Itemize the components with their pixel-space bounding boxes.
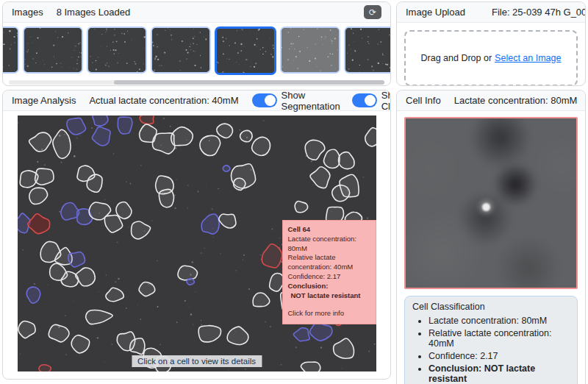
refresh-icon: ⟳ <box>369 8 376 17</box>
image-thumbnail[interactable] <box>23 26 83 74</box>
refresh-button[interactable]: ⟳ <box>364 5 381 19</box>
image-thumbnail[interactable] <box>344 26 390 74</box>
image-thumbnail[interactable] <box>151 26 211 74</box>
tooltip-line: Confidence: 2.17 <box>288 272 370 282</box>
image-caption: Click on a cell to view its details <box>132 355 262 367</box>
classification-conclusion-list: Conclusion: NOT lactate resistant <box>412 363 570 384</box>
images-panel: Images 8 Images Loaded ⟳ <box>2 1 391 86</box>
scrollbar-thumb[interactable] <box>114 80 384 85</box>
thumbnail-scrollbar[interactable] <box>9 80 384 85</box>
toggle-on-icon[interactable] <box>352 93 377 107</box>
analysis-panel-title: Image Analysis <box>12 95 76 106</box>
image-thumbnail[interactable] <box>215 26 276 75</box>
current-file-label: File: 25-039 47h G_0007_Trans.tiff <box>492 7 586 18</box>
cell-crop-texture <box>404 117 578 289</box>
show-segmentation-label: Show Segmentation <box>282 90 340 112</box>
conclusion-item: Conclusion: NOT lactate resistant <box>429 363 570 384</box>
image-analysis-panel: Image Analysis Actual lactate concentrat… <box>2 90 391 380</box>
list-item: Lactate concentration: 80mM <box>429 316 570 326</box>
cell-info-header: Cell Info Lactate concentration: 80mM #6… <box>397 90 585 111</box>
image-thumbnail[interactable] <box>280 26 340 74</box>
classification-list: Lactate concentration: 80mMRelative lact… <box>412 316 570 361</box>
cell-tooltip[interactable]: Cell 64 Lactate concentration: 80mM Rela… <box>282 220 376 324</box>
images-loaded-status: 8 Images Loaded <box>57 7 130 18</box>
dropzone-text: Drag and Drop or <box>421 53 492 63</box>
cell-info-title: Cell Info <box>406 95 441 106</box>
tooltip-conclusion-value: NOT lactate resistant <box>288 291 370 301</box>
list-item: Confidence: 2.17 <box>429 351 570 361</box>
upload-dropzone[interactable]: Drag and Drop or Select an Image <box>404 30 578 86</box>
tooltip-line: Lactate concentration: 80mM <box>288 235 370 254</box>
show-classification-toggle[interactable]: Show Classification <box>352 90 391 112</box>
tooltip-conclusion-label: Conclusion: <box>288 282 370 291</box>
classification-title: Cell Classification <box>412 302 570 312</box>
cell-info-panel: Cell Info Lactate concentration: 80mM #6… <box>396 90 586 384</box>
list-item: Relative lactate concentration: 40mM <box>429 328 570 349</box>
tooltip-cell-title: Cell 64 <box>288 225 370 235</box>
image-upload-panel: Image Upload File: 25-039 47h G_0007_Tra… <box>396 1 586 86</box>
show-classification-label: Show Classification <box>381 90 391 112</box>
upload-panel-header: Image Upload File: 25-039 47h G_0007_Tra… <box>397 2 585 23</box>
show-segmentation-toggle[interactable]: Show Segmentation <box>252 90 340 112</box>
cell-lactate-label: Lactate concentration: 80mM <box>454 95 578 106</box>
analysis-panel-header: Image Analysis Actual lactate concentrat… <box>3 90 390 111</box>
actual-lactate-label: Actual lactate concentration: 40mM <box>89 95 238 106</box>
images-panel-title: Images <box>12 7 43 18</box>
tooltip-line: Relative lactate concentration: 40mM <box>288 253 370 272</box>
images-panel-header: Images 8 Images Loaded ⟳ <box>3 2 390 23</box>
thumbnail-strip <box>3 23 390 75</box>
cell-crop-image <box>404 117 578 289</box>
analysis-image-container: Cell 64 Lactate concentration: 80mM Rela… <box>18 115 376 371</box>
upload-panel-title: Image Upload <box>406 7 465 18</box>
select-image-link[interactable]: Select an Image <box>495 53 561 63</box>
cell-classification-card: Cell Classification Lactate concentratio… <box>404 296 578 384</box>
analysis-toggles: Show Segmentation Show Classification <box>252 90 392 112</box>
toggle-on-icon[interactable] <box>252 93 277 107</box>
image-thumbnail[interactable] <box>3 26 19 74</box>
image-thumbnail[interactable] <box>87 26 147 74</box>
tooltip-click-hint: Click for more info <box>288 309 370 319</box>
